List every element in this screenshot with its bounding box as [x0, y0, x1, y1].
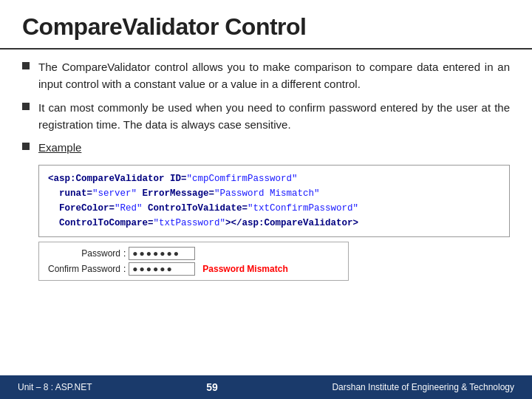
- slide: CompareValidator Control The CompareVali…: [0, 0, 532, 399]
- form-row-password: Password : ●●●●●●●: [47, 247, 341, 260]
- password-label: Password: [47, 248, 120, 259]
- bullet-text-example: Example: [38, 139, 81, 156]
- footer: Unit – 8 : ASP.NET 59 Darshan Institute …: [0, 375, 532, 399]
- code-block: <asp:CompareValidator ID="cmpComfirmPass…: [38, 165, 510, 237]
- list-item: It can most commonly be used when you ne…: [22, 99, 510, 134]
- code-tag: <asp:CompareValidator: [48, 174, 170, 184]
- colon-1: :: [123, 248, 126, 259]
- error-message: Password Mismatch: [202, 264, 287, 274]
- footer-right: Darshan Institute of Engineering & Techn…: [332, 382, 514, 392]
- bullet-icon: [22, 103, 30, 110]
- footer-page-number: 59: [206, 381, 218, 393]
- list-item: The CompareValidator control allows you …: [22, 58, 510, 93]
- footer-left: Unit – 8 : ASP.NET: [18, 382, 92, 392]
- bullet-icon: [22, 62, 30, 69]
- confirm-password-label: Confirm Password: [47, 264, 120, 274]
- form-row-confirm: Confirm Password : ●●●●●● Password Misma…: [47, 262, 341, 276]
- code-line-1: <asp:CompareValidator ID="cmpComfirmPass…: [48, 171, 500, 186]
- content: The CompareValidator control allows you …: [0, 50, 532, 375]
- code-line-3: ForeColor="Red" ControlToValidate="txtCo…: [48, 201, 500, 216]
- list-item: Example: [22, 139, 510, 156]
- header: CompareValidator Control: [0, 0, 532, 50]
- bullet-text-1: The CompareValidator control allows you …: [38, 58, 510, 93]
- colon-2: :: [123, 264, 126, 274]
- code-line-4: ControlToCompare="txtPassword"></asp:Com…: [48, 216, 500, 231]
- code-line-2: runat="server" ErrorMessage="Password Mi…: [48, 186, 500, 201]
- page-title: CompareValidator Control: [22, 13, 510, 41]
- form-preview: Password : ●●●●●●● Confirm Password : ●●…: [38, 242, 349, 281]
- password-field[interactable]: ●●●●●●●: [129, 247, 195, 260]
- bullet-icon: [22, 143, 30, 150]
- bullet-text-2: It can most commonly be used when you ne…: [38, 99, 510, 134]
- confirm-password-field[interactable]: ●●●●●●: [129, 262, 195, 276]
